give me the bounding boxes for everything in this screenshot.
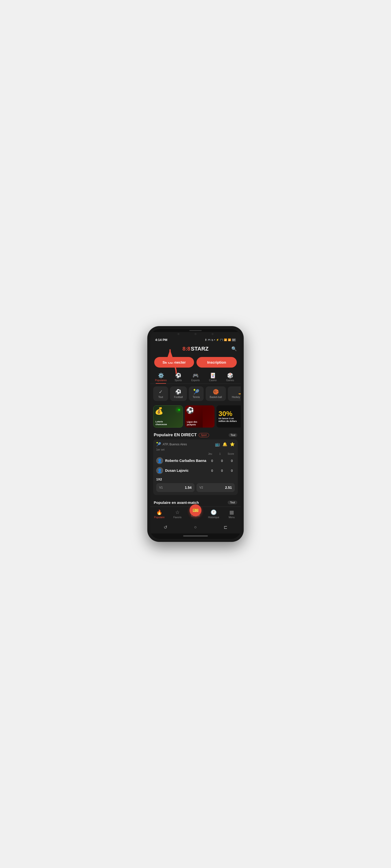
- league-name: ATP, Buenos Aires: [163, 443, 187, 446]
- nav-tab-esports[interactable]: 🎮 Esports: [187, 371, 204, 384]
- tennis-chip-label: Tennis: [193, 396, 200, 398]
- tennis-league-icon: 🎾: [156, 442, 161, 446]
- avant-match-tout-badge[interactable]: Tout: [228, 501, 237, 504]
- nav-tab-games[interactable]: 🎲 Games: [221, 371, 239, 384]
- populaire-nav-icon: 🔥: [156, 509, 162, 515]
- games-icon: 🎲: [227, 373, 233, 378]
- favorite-icon[interactable]: ⭐: [230, 442, 235, 446]
- player-row-1: 👤 Roberto Carballes Baena 0 0 0: [153, 456, 238, 466]
- coupon-fab-icon: 🎫: [193, 507, 199, 513]
- odds-v1-value: 1.54: [185, 486, 192, 490]
- tennis-chip-icon: 🎾: [193, 389, 199, 395]
- nav-tab-casino[interactable]: 🃏 Casino: [204, 371, 221, 384]
- sport-chip-basketball[interactable]: 🏀 Basket-ball: [206, 386, 226, 401]
- tout-badge[interactable]: Tout: [229, 433, 237, 437]
- promo-card-loterie[interactable]: 💰 ✦ Loteriechanceuse: [153, 405, 183, 428]
- menu-nav-icon: ▦: [229, 509, 234, 515]
- promo-percent-value: 30%: [219, 410, 241, 417]
- bottom-pill-area: [150, 533, 241, 539]
- historique-nav-label: Historique: [208, 516, 219, 519]
- bottom-pill: [183, 535, 208, 536]
- score-header-1: 1: [217, 453, 223, 455]
- camera-area: [150, 332, 241, 336]
- odds-v2-label: V2: [199, 486, 203, 489]
- promo-card-30percent[interactable]: 30% Un lancer à unmillion de dollars: [217, 405, 241, 428]
- bell-icon[interactable]: 🔔: [222, 442, 227, 446]
- inscription-button[interactable]: Inscription: [196, 357, 237, 368]
- bottom-nav-populaire[interactable]: 🔥 Populaire: [150, 508, 168, 520]
- odds-chip-v2[interactable]: V2 2.51: [196, 483, 235, 492]
- odds-v1-label: V1: [159, 486, 163, 489]
- vibrate-icon: 📳: [220, 338, 223, 341]
- soccer-icon: ⚽: [186, 407, 194, 414]
- hockey-chip-icon: 🏒: [238, 389, 241, 395]
- sport-chip-football[interactable]: ⚽ Football: [170, 386, 187, 401]
- games-label: Games: [226, 379, 234, 382]
- odds-row: V1 1.54 V2 2.51: [153, 482, 238, 495]
- dot-icon: •: [214, 338, 215, 341]
- bottom-nav-menu[interactable]: ▦ Menu: [223, 508, 241, 520]
- camera-dot-center: [195, 333, 196, 335]
- sparkle-icon: ✦: [177, 408, 181, 412]
- home-button[interactable]: ○: [194, 525, 197, 530]
- menu-nav-label: Menu: [229, 516, 235, 519]
- score-headers: Jeu 1 Score: [153, 453, 238, 456]
- direct-section-header: Populaire EN DIRECT Sport Tout: [150, 430, 241, 439]
- b-icon: b: [212, 338, 213, 341]
- status-icons: ₿ 🎮 b • ⚡ 📳 📶 📶 57: [205, 338, 236, 341]
- promo-30percent-title: Un lancer à unmillion de dollars: [219, 417, 241, 423]
- promo-loterie-title: Loteriechanceuse: [156, 421, 181, 426]
- status-time: 4:14 PM: [155, 338, 167, 342]
- basketball-chip-label: Basket-ball: [210, 396, 222, 398]
- tout-chip-icon: ✓: [159, 389, 163, 395]
- promo-overlay: [203, 405, 215, 428]
- historique-nav-icon: 🕐: [211, 509, 217, 515]
- bet-type-label: 1X2: [156, 477, 162, 481]
- coupon-fab-button[interactable]: 🎫: [190, 504, 201, 516]
- search-icon[interactable]: 🔍: [231, 346, 237, 351]
- p2-score-jeu: 0: [209, 469, 215, 472]
- p2-score-total: 0: [229, 469, 235, 472]
- phone-device: 4:14 PM ₿ 🎮 b • ⚡ 📳 📶 📶 57 8:8 STARZ: [147, 326, 244, 542]
- esports-label: Esports: [191, 379, 200, 382]
- bitcoin-icon: ₿: [205, 338, 206, 341]
- sport-chip-hockey[interactable]: 🏒 Hockey sur glace: [228, 386, 241, 401]
- populaires-label: Populaires: [155, 379, 167, 382]
- back-button[interactable]: ↺: [164, 525, 167, 530]
- p2-score-1: 0: [219, 469, 225, 472]
- gamepad-icon: 🎮: [207, 338, 211, 341]
- phone-nav-bar: ↺ ○ ⊏: [150, 522, 241, 533]
- esports-icon: 🎮: [193, 373, 199, 378]
- app-content: 8:8 STARZ 🔍 Se connecter Inscription: [150, 343, 241, 506]
- bottom-nav-coupon[interactable]: 🎫 Coupon: [186, 508, 204, 520]
- odds-v2-value: 2.51: [225, 486, 232, 490]
- match-league: 🎾 ATP, Buenos Aires: [156, 442, 187, 446]
- football-chip-icon: ⚽: [175, 389, 181, 395]
- player1-name: Roberto Carballes Baena: [165, 459, 207, 463]
- populaire-nav-label: Populaire: [154, 516, 164, 519]
- tout-chip-label: Tout: [159, 396, 163, 398]
- direct-section-title: Populaire EN DIRECT: [154, 433, 197, 437]
- basketball-chip-icon: 🏀: [213, 389, 219, 395]
- bottom-nav: 🔥 Populaire ☆ Favoris 🎫 Coupon 🕐 Histori…: [150, 506, 241, 522]
- player1-scores: 0 0 0: [209, 459, 235, 463]
- promo-card-jackpots[interactable]: ⚽ Ligue desjackpots: [185, 405, 215, 428]
- speaker-pill: [189, 330, 202, 331]
- score-header-jeu: Jeu: [207, 453, 213, 455]
- sport-chip-tennis[interactable]: 🎾 Tennis: [189, 386, 204, 401]
- recents-button[interactable]: ⊏: [224, 525, 227, 530]
- sport-badge[interactable]: Sport: [199, 433, 209, 437]
- player2-scores: 0 0 0: [209, 469, 235, 472]
- favoris-nav-label: Favoris: [173, 516, 181, 519]
- live-icon[interactable]: 📺: [215, 442, 220, 446]
- promo-section: 💰 ✦ Loteriechanceuse ⚽ Ligue desjackpots: [150, 403, 241, 430]
- player-row-2: 👤 Dusan Lajovic 0 0 0: [153, 466, 238, 475]
- player2-avatar: 👤: [156, 467, 163, 474]
- odds-chip-v1[interactable]: V1 1.54: [156, 483, 195, 492]
- p1-score-jeu: 0: [209, 459, 215, 463]
- status-bar: 4:14 PM ₿ 🎮 b • ⚡ 📳 📶 📶 57: [150, 336, 241, 343]
- sport-chip-tout[interactable]: ✓ Tout: [153, 386, 168, 401]
- bottom-nav-favoris[interactable]: ☆ Favoris: [168, 508, 186, 520]
- battery-icon: 57: [232, 338, 236, 341]
- bottom-nav-historique[interactable]: 🕐 Historique: [205, 508, 223, 520]
